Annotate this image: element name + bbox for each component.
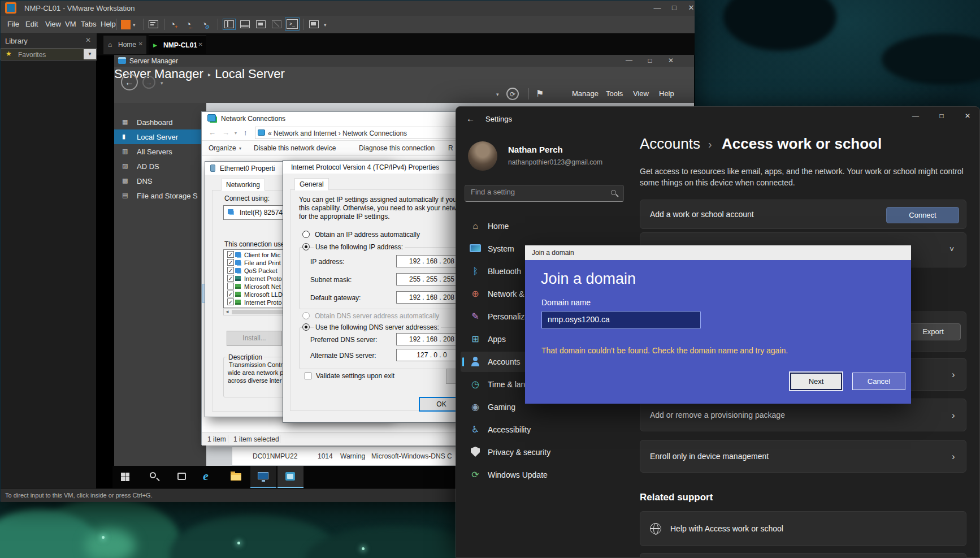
- radio-obtain-ip-auto[interactable]: [302, 231, 310, 238]
- sm-nav-dns[interactable]: ▩ DNS: [114, 174, 206, 188]
- validate-checkbox[interactable]: [305, 373, 311, 379]
- domain-name-input[interactable]: [548, 315, 695, 324]
- nc-titlebar[interactable]: Network Connections: [202, 112, 467, 125]
- sm-nav-local-server[interactable]: ▮ Local Server: [114, 129, 206, 144]
- vmware-titlebar[interactable]: NMP-CL01 - VMware Workstation — □ ✕: [1, 1, 695, 16]
- sm-nav-all-servers[interactable]: ▥ All Servers: [114, 144, 206, 159]
- power-state-button[interactable]: [121, 20, 131, 29]
- settings-nav-privacy[interactable]: Privacy & security: [461, 442, 627, 462]
- sm-menu-tools[interactable]: Tools: [606, 89, 623, 98]
- checkbox-unchecked[interactable]: [227, 283, 234, 289]
- nc-rename-button[interactable]: R: [448, 144, 453, 152]
- settings-nav-windows-update[interactable]: ⟳ Windows Update: [461, 465, 627, 485]
- forward-button[interactable]: →: [142, 76, 155, 89]
- tab-home-close-icon[interactable]: ✕: [138, 41, 143, 47]
- sm-minimize-button[interactable]: —: [621, 55, 638, 66]
- install-button[interactable]: Install...: [227, 331, 282, 346]
- ctrl-alt-del-icon[interactable]: [149, 20, 158, 28]
- connect-button[interactable]: Connect: [886, 207, 959, 223]
- user-avatar[interactable]: [468, 141, 497, 171]
- take-snapshot-icon[interactable]: ◔+: [170, 19, 175, 29]
- join-dialog-titlebar[interactable]: Join a domain: [525, 245, 911, 260]
- sm-maximize-button[interactable]: □: [641, 55, 658, 66]
- sm-close-button[interactable]: ✕: [662, 55, 679, 66]
- settings-close-button[interactable]: ✕: [955, 107, 980, 125]
- menu-file[interactable]: File: [7, 20, 19, 28]
- tab-general[interactable]: General: [294, 178, 329, 191]
- domain-name-field[interactable]: [541, 311, 701, 329]
- settings-search-box[interactable]: [465, 185, 624, 202]
- menu-tabs[interactable]: Tabs: [81, 20, 96, 28]
- favorites-dropdown-button[interactable]: ▼: [84, 49, 96, 59]
- breadcrumb-current[interactable]: Local Server: [215, 67, 285, 81]
- library-favorites-bar[interactable]: ★ Favorites ▼: [1, 48, 97, 60]
- nc-up-icon[interactable]: ↑: [244, 128, 248, 137]
- tab-home[interactable]: ⌂ Home ✕: [103, 36, 146, 54]
- flag-icon[interactable]: ⚑: [536, 88, 544, 99]
- show-thumbnail-bar-icon[interactable]: [240, 20, 250, 28]
- help-card[interactable]: Help with Access work or school: [640, 511, 966, 546]
- server-manager-titlebar[interactable]: Server Manager — □ ✕: [114, 55, 694, 67]
- tab-networking[interactable]: Networking: [221, 179, 265, 191]
- next-button[interactable]: Next: [790, 373, 842, 390]
- cancel-button[interactable]: Cancel: [852, 373, 905, 390]
- nav-history-caret[interactable]: ▾: [161, 80, 163, 86]
- radio-use-dns[interactable]: [302, 323, 310, 331]
- menu-vm[interactable]: VM: [65, 20, 76, 28]
- fullscreen-icon[interactable]: [256, 20, 266, 28]
- checkbox-checked[interactable]: ✓: [227, 291, 234, 297]
- settings-maximize-button[interactable]: □: [929, 107, 955, 125]
- nc-recent-caret[interactable]: ▾: [235, 131, 237, 136]
- power-dropdown-caret[interactable]: ▾: [133, 22, 136, 28]
- enroll-device-card[interactable]: Enroll only in device management ›: [640, 440, 966, 473]
- taskbar-search-button[interactable]: [141, 466, 167, 488]
- nc-breadcrumb-box[interactable]: « Network and Internet › Network Connect…: [255, 127, 465, 139]
- view-dropdown-caret[interactable]: ▾: [324, 22, 327, 28]
- library-close-icon[interactable]: ✕: [85, 36, 91, 44]
- nc-forward-icon[interactable]: →: [222, 128, 229, 137]
- active-window-taskbar-button[interactable]: [277, 466, 303, 488]
- snapshot-manager-icon[interactable]: ◔⚙: [202, 19, 207, 29]
- menu-view[interactable]: View: [45, 20, 61, 28]
- nc-back-icon[interactable]: ←: [209, 128, 216, 137]
- page-breadcrumb-root[interactable]: Accounts: [640, 135, 700, 153]
- file-explorer-button[interactable]: [223, 466, 249, 488]
- settings-back-icon[interactable]: ←: [466, 114, 475, 123]
- radio-obtain-ip-auto-label[interactable]: Obtain an IP address automatically: [315, 231, 420, 239]
- nc-organize-button[interactable]: Organize: [209, 144, 236, 152]
- refresh-icon[interactable]: ⟳: [506, 88, 519, 100]
- radio-use-ip-label[interactable]: Use the following IP address:: [314, 243, 405, 251]
- vmware-maximize-button[interactable]: □: [666, 2, 683, 14]
- export-button[interactable]: Export: [905, 323, 961, 340]
- scroll-left-icon[interactable]: ◄: [225, 309, 229, 314]
- back-button[interactable]: ←: [121, 73, 138, 90]
- validate-label[interactable]: Validate settings upon exit: [316, 372, 394, 380]
- sm-menu-manage[interactable]: Manage: [572, 89, 599, 98]
- settings-nav-home[interactable]: ⌂ Home: [461, 216, 627, 236]
- tab-nmp-cl01[interactable]: ▶ NMP-CL01 ✕: [149, 36, 206, 54]
- enhanced-view-icon[interactable]: [309, 20, 319, 28]
- chevron-right-icon[interactable]: ›: [952, 369, 955, 380]
- tab-nmp-cl01-close-icon[interactable]: ✕: [198, 41, 203, 47]
- nc-organize-caret[interactable]: ▾: [239, 146, 241, 151]
- checkbox-checked[interactable]: ✓: [227, 275, 234, 282]
- checkbox-checked[interactable]: ✓: [227, 299, 234, 305]
- nc-diagnose-button[interactable]: Diagnose this connection: [359, 144, 435, 152]
- radio-use-dns-label[interactable]: Use the following DNS server addresses:: [314, 323, 441, 331]
- sm-menu-help[interactable]: Help: [659, 89, 674, 98]
- chevron-right-icon[interactable]: ›: [952, 410, 955, 421]
- checkbox-checked[interactable]: ✓: [227, 259, 234, 266]
- vmware-minimize-button[interactable]: —: [649, 2, 666, 14]
- start-button[interactable]: [112, 466, 138, 488]
- ipv4-titlebar[interactable]: Internet Protocol Version 4 (TCP/IPv4) P…: [283, 161, 474, 174]
- revert-snapshot-icon[interactable]: ◔←: [186, 19, 191, 29]
- menu-help[interactable]: Help: [101, 20, 116, 28]
- sm-menu-view[interactable]: View: [633, 89, 649, 98]
- sm-nav-dashboard[interactable]: ▦ Dashboard: [114, 115, 206, 129]
- console-view-icon[interactable]: >_: [287, 19, 298, 29]
- menu-edit[interactable]: Edit: [25, 20, 38, 28]
- sm-events-row[interactable]: DC01NMPU22 1014 Warning Microsoft-Window…: [232, 447, 480, 466]
- radio-use-ip[interactable]: [302, 243, 310, 250]
- vmware-close-button[interactable]: ✕: [683, 2, 700, 14]
- internet-explorer-button[interactable]: e: [196, 466, 222, 488]
